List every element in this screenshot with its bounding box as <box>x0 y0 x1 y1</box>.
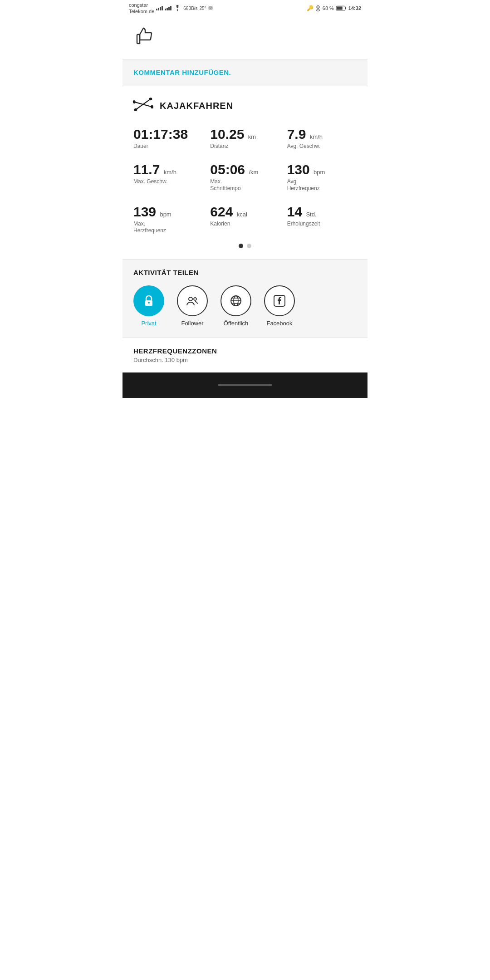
share-label-facebook: Facebook <box>266 320 292 327</box>
stat-distance-label: Distanz <box>210 143 279 150</box>
svg-point-9 <box>150 105 153 108</box>
stats-grid: 01:17:38 Dauer 10.25 km Distanz 7.9 km/h… <box>133 127 357 235</box>
signal-bars-1 <box>156 6 163 10</box>
svg-point-12 <box>189 297 192 301</box>
stat-avg-hr-value: 130 <box>287 162 310 177</box>
stat-distance-unit: km <box>248 133 256 140</box>
stat-pace: 05:06 /km Max.Schritttempo <box>210 163 279 192</box>
carrier-name: congstar Telekom.de <box>129 2 154 15</box>
share-section: AKTIVITÄT TEILEN Privat <box>122 259 368 338</box>
stat-recovery-value: 14 <box>287 204 302 219</box>
share-title: AKTIVITÄT TEILEN <box>133 269 357 276</box>
dot-2[interactable] <box>247 244 251 248</box>
gmail-icon: ✉ <box>208 5 213 11</box>
stat-max-hr: 139 bpm Max.Herzfrequenz <box>133 205 203 235</box>
stat-recovery-unit: Std. <box>306 211 316 218</box>
share-label-follower: Follower <box>181 320 203 327</box>
stat-calories-label: Kalorien <box>210 220 279 228</box>
stat-max-hr-unit: bpm <box>160 211 171 218</box>
stat-recovery: 14 Std. Erholungszeit <box>287 205 357 235</box>
stat-duration-value: 01:17:38 <box>133 127 188 142</box>
stat-max-speed-label: Max. Geschw. <box>133 178 203 186</box>
activity-header: KAJAKFAHREN <box>133 97 357 115</box>
stat-avg-hr: 130 bpm Avg.Herzfrequenz <box>287 163 357 192</box>
battery-percent: 68 % <box>323 5 334 11</box>
share-option-oeffentlich[interactable]: Öffentlich <box>220 285 251 327</box>
stat-avg-hr-unit: bpm <box>314 169 325 176</box>
bluetooth-icon <box>316 5 320 11</box>
stat-max-hr-value: 139 <box>133 204 156 219</box>
svg-line-5 <box>134 99 152 110</box>
stat-pace-value: 05:06 <box>210 162 245 177</box>
activity-card: KAJAKFAHREN 01:17:38 Dauer 10.25 km Dist… <box>122 86 368 259</box>
stat-avg-hr-label: Avg.Herzfrequenz <box>287 178 357 192</box>
stat-recovery-label: Erholungszeit <box>287 220 357 228</box>
stat-avg-speed-label: Avg. Geschw. <box>287 143 357 150</box>
comment-label[interactable]: KOMMENTAR HINZUFÜGEN. <box>133 69 231 76</box>
data-speed: 663B/s <box>183 6 197 11</box>
status-left: congstar Telekom.de 663B/s 25° ✉ <box>129 2 213 15</box>
share-circle-privat[interactable] <box>133 285 164 316</box>
time: 14:32 <box>348 5 361 11</box>
comment-section[interactable]: KOMMENTAR HINZUFÜGEN. <box>122 59 368 86</box>
share-option-privat[interactable]: Privat <box>133 285 164 327</box>
bottom-bar <box>122 372 368 398</box>
stat-avg-speed-unit: km/h <box>310 133 323 140</box>
herzfrequenz-title: HERZFREQUENZZONEN <box>133 347 357 355</box>
kayak-icon <box>132 95 155 116</box>
stat-calories: 624 kcal Kalorien <box>210 205 279 235</box>
home-indicator[interactable] <box>218 384 272 386</box>
stat-pace-label: Max.Schritttempo <box>210 178 279 192</box>
wifi-icon <box>173 5 181 11</box>
dot-1[interactable] <box>239 244 243 248</box>
svg-point-0 <box>177 10 178 11</box>
herzfrequenz-subtitle: Durchschn. 130 bpm <box>133 357 357 363</box>
share-circle-oeffentlich[interactable] <box>220 285 251 316</box>
stat-max-speed: 11.7 km/h Max. Geschw. <box>133 163 203 192</box>
signal-bars-2 <box>165 6 172 10</box>
stat-duration: 01:17:38 Dauer <box>133 127 203 150</box>
share-options: Privat Follower <box>133 285 357 327</box>
page-dots <box>133 244 357 248</box>
stat-calories-value: 624 <box>210 204 233 219</box>
stat-max-speed-value: 11.7 <box>133 162 160 177</box>
herzfrequenz-section: HERZFREQUENZZONEN Durchschn. 130 bpm <box>122 338 368 372</box>
share-circle-facebook[interactable] <box>264 285 295 316</box>
share-option-follower[interactable]: Follower <box>177 285 208 327</box>
svg-rect-2 <box>345 7 346 10</box>
stat-pace-unit: /km <box>249 169 258 176</box>
svg-point-11 <box>148 302 150 304</box>
stat-calories-unit: kcal <box>237 211 247 218</box>
svg-point-8 <box>132 100 136 103</box>
stat-max-hr-label: Max.Herzfrequenz <box>133 220 203 235</box>
stat-max-speed-unit: km/h <box>164 169 176 176</box>
svg-rect-3 <box>337 6 343 10</box>
key-icon: 🔑 <box>307 5 314 11</box>
stat-distance: 10.25 km Distanz <box>210 127 279 150</box>
stat-distance-value: 10.25 <box>210 127 244 142</box>
stat-avg-speed-value: 7.9 <box>287 127 306 142</box>
status-right: 🔑 68 % 14:32 <box>307 5 361 11</box>
share-option-facebook[interactable]: Facebook <box>264 285 295 327</box>
activity-title: KAJAKFAHREN <box>160 101 233 111</box>
thumbs-up-icon[interactable] <box>133 33 157 52</box>
share-label-privat: Privat <box>141 320 156 327</box>
share-label-oeffentlich: Öffentlich <box>224 320 249 327</box>
battery-icon <box>336 5 346 11</box>
temperature: 25° <box>199 6 206 11</box>
stat-avg-speed: 7.9 km/h Avg. Geschw. <box>287 127 357 150</box>
status-bar: congstar Telekom.de 663B/s 25° ✉ 🔑 <box>122 0 368 16</box>
svg-point-13 <box>194 298 196 300</box>
stat-duration-label: Dauer <box>133 143 203 150</box>
thumbs-section <box>122 16 368 59</box>
share-circle-follower[interactable] <box>177 285 208 316</box>
